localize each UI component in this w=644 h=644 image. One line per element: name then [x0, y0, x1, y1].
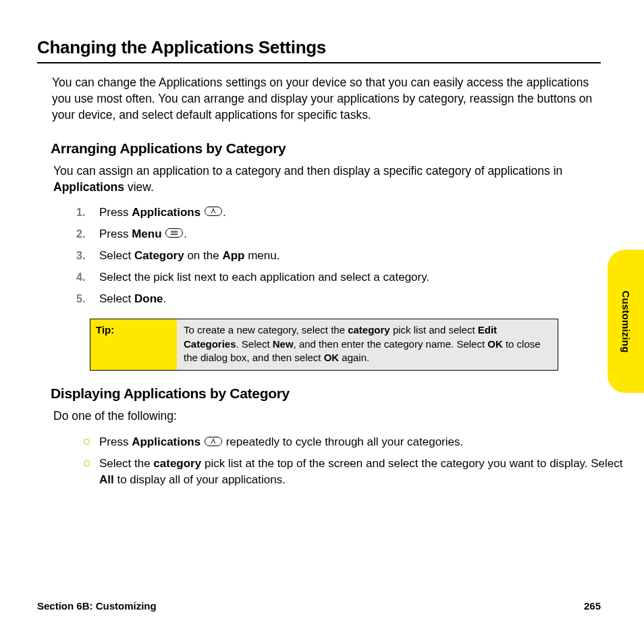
steps-list: Press Applications . Press Menu . Select… — [37, 205, 601, 307]
heading-arranging: Arranging Applications by Category — [51, 140, 601, 157]
step-5: Select Done. — [86, 292, 601, 307]
displaying-lead: Do one of the following: — [53, 408, 593, 425]
applications-key-icon — [205, 205, 222, 221]
page-content: Changing the Applications Settings You c… — [37, 37, 601, 604]
step-3: Select Category on the App menu. — [86, 248, 601, 264]
bullet-1: Press Applications repeatedly to cycle t… — [80, 434, 626, 450]
svg-rect-5 — [205, 437, 221, 446]
page-footer: Section 6B: Customizing 265 — [37, 600, 601, 612]
arranging-lead: You can assign an application to a categ… — [53, 163, 593, 195]
side-tab-label: Customizing — [620, 290, 632, 352]
tip-box: Tip: To create a new category, select th… — [90, 319, 558, 371]
svg-rect-0 — [205, 207, 221, 215]
footer-page-number: 265 — [584, 600, 601, 612]
step-4: Select the pick list next to each applic… — [86, 270, 601, 286]
intro-paragraph: You can change the Applications settings… — [52, 74, 599, 123]
applications-key-icon — [205, 435, 222, 450]
footer-section: Section 6B: Customizing — [37, 600, 157, 612]
side-tab-customizing: Customizing — [608, 250, 644, 393]
bullet-2: Select the category pick list at the top… — [80, 456, 626, 487]
menu-key-icon — [165, 227, 183, 242]
heading-displaying: Displaying Applications by Category — [51, 385, 601, 402]
title-rule — [37, 62, 601, 63]
tip-body: To create a new category, select the cat… — [177, 319, 558, 370]
step-1: Press Applications . — [86, 205, 601, 221]
tip-label: Tip: — [90, 319, 177, 370]
bullet-list: Press Applications repeatedly to cycle t… — [37, 434, 601, 487]
page-title: Changing the Applications Settings — [37, 37, 601, 58]
step-2: Press Menu . — [86, 227, 601, 242]
